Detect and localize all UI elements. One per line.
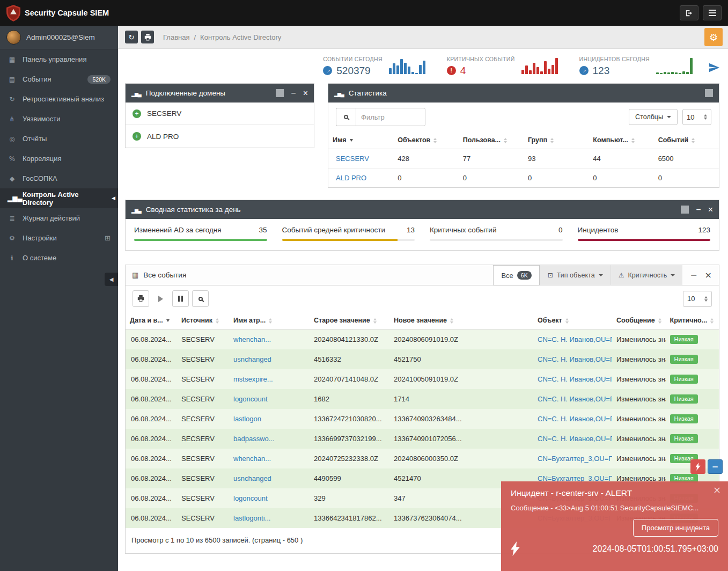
collapse-handle[interactable] [681, 206, 689, 214]
column-header[interactable]: Пользова... [459, 131, 524, 149]
event-row[interactable]: 06.08.2024... SECSERV whenchan... 202407… [126, 449, 719, 468]
app-brand[interactable]: Security Capsule SIEM [6, 5, 109, 21]
column-header[interactable]: Источник [177, 312, 229, 330]
column-header[interactable]: Имя [328, 131, 393, 149]
sidebar-item-correlation[interactable]: % Корреляция [0, 149, 118, 169]
print-button[interactable] [141, 31, 154, 43]
sort-icon[interactable] [216, 318, 219, 324]
column-header[interactable]: Событий [654, 131, 719, 149]
tab-object-type[interactable]: Тип объекта [540, 265, 611, 285]
sort-icon[interactable] [710, 318, 714, 324]
sort-icon[interactable] [450, 318, 453, 324]
sort-icon[interactable] [504, 138, 507, 143]
sidebar-item-settings[interactable]: ⚙ Настройки [0, 228, 118, 248]
object-link[interactable]: CN=С. Н. Иванов,OU=Пользователи И... [538, 335, 612, 343]
sort-icon[interactable] [631, 138, 635, 143]
sidebar-item-vulnerabilities[interactable]: ⋔ Уязвимости [0, 109, 118, 129]
sidebar-item-reports[interactable]: ◎ Отчёты [0, 129, 118, 149]
logout-button[interactable] [680, 5, 698, 20]
incident-flash-button[interactable] [690, 459, 705, 474]
sidebar-item-retrospective[interactable]: ↻ Ретроспективный анализ [0, 89, 118, 109]
domain-item[interactable]: ALD PRO [126, 125, 314, 148]
attribute-link[interactable]: lastlogonti... [233, 514, 270, 522]
sidebar-item-dashboard[interactable]: ▦ Панель управления [0, 49, 118, 69]
event-row[interactable]: 06.08.2024... SECSERV lastlogon 13367247… [126, 409, 719, 429]
domain-link[interactable]: ALD PRO [336, 174, 366, 182]
spinner-arrows-icon[interactable] [704, 296, 708, 302]
sidebar-item-ad-control[interactable]: ▂▆▄ Контроль Active Directory [0, 188, 118, 208]
hide-notifications-button[interactable] [708, 459, 723, 474]
attribute-link[interactable]: lastlogon [233, 415, 261, 423]
breadcrumb-home[interactable]: Главная [163, 33, 189, 41]
page-size-input[interactable]: 10 [683, 291, 712, 307]
column-header[interactable]: Объект [533, 312, 612, 330]
collapse-handle[interactable] [705, 89, 713, 97]
object-link[interactable]: CN=С. Н. Иванов,OU=Пользователи И... [538, 395, 612, 403]
sort-icon[interactable] [658, 318, 661, 324]
object-link[interactable]: CN=С. Н. Иванов,OU=Пользователи И... [538, 435, 612, 443]
sidebar-item-events[interactable]: ▤ События 520K [0, 69, 118, 89]
close-icon[interactable] [705, 271, 712, 280]
attribute-link[interactable]: mstsexpire... [233, 375, 273, 383]
attribute-link[interactable]: logoncount [233, 395, 268, 403]
column-header[interactable]: Новое значение [389, 312, 533, 330]
collapse-handle[interactable] [276, 89, 284, 97]
attribute-link[interactable]: whenchan... [233, 335, 271, 343]
minimize-icon[interactable] [690, 271, 697, 280]
attribute-link[interactable]: usnchanged [233, 355, 271, 363]
domain-item[interactable]: SECSERV [126, 103, 314, 125]
column-header[interactable]: Компьют... [589, 131, 653, 149]
sidebar-item-gossopka[interactable]: ◆ ГосСОПКА [0, 169, 118, 188]
pause-button[interactable] [172, 290, 189, 307]
refresh-button[interactable] [125, 31, 138, 43]
sort-icon[interactable] [565, 318, 569, 324]
view-incident-button[interactable]: Просмотр инцидента [633, 519, 718, 537]
user-menu[interactable]: Admin000025@Siem [0, 26, 118, 49]
page-size-input[interactable]: 10 [682, 109, 711, 125]
sort-icon[interactable] [373, 318, 377, 324]
object-link[interactable]: CN=Бухгалтер_3,OU=Пользователи И... [538, 455, 612, 463]
object-link[interactable]: CN=С. Н. Иванов,OU=Пользователи И... [538, 375, 612, 383]
close-icon[interactable] [708, 206, 713, 214]
minimize-icon[interactable] [291, 89, 296, 98]
event-row[interactable]: 06.08.2024... SECSERV usnchanged 4516332… [126, 349, 719, 369]
play-button[interactable] [152, 290, 169, 307]
sort-icon[interactable] [269, 318, 272, 324]
attribute-link[interactable]: usnchanged [233, 474, 271, 482]
filter-input[interactable] [356, 108, 425, 126]
column-header[interactable]: Имя атр... [229, 312, 310, 330]
event-row[interactable]: 06.08.2024... SECSERV badpasswo... 13366… [126, 429, 719, 449]
event-row[interactable]: 06.08.2024... SECSERV mstsexpire... 2024… [126, 369, 719, 389]
attribute-link[interactable]: badpasswo... [233, 435, 275, 443]
spinner-arrows-icon[interactable] [704, 114, 707, 120]
expand-icon[interactable] [105, 234, 111, 242]
send-icon[interactable] [708, 62, 720, 76]
sidebar-item-about[interactable]: ℹ О системе [0, 248, 118, 268]
domain-link[interactable]: SECSERV [336, 155, 369, 163]
settings-button[interactable] [704, 28, 723, 46]
sort-icon[interactable] [350, 139, 353, 142]
search-button[interactable] [336, 108, 356, 126]
menu-button[interactable] [703, 5, 722, 20]
column-header[interactable]: Сообщение [612, 312, 666, 330]
event-row[interactable]: 06.08.2024... SECSERV logoncount 1682 17… [126, 389, 719, 409]
column-header[interactable]: Дата и в... [126, 312, 177, 330]
object-link[interactable]: CN=С. Н. Иванов,OU=Пользователи И... [538, 355, 612, 363]
sort-icon[interactable] [433, 138, 437, 143]
column-header[interactable]: Групп [524, 131, 589, 149]
sort-icon[interactable] [692, 138, 695, 143]
sidebar-item-action-log[interactable]: ≣ Журнал действий [0, 208, 118, 228]
attribute-link[interactable]: whenchan... [233, 455, 271, 463]
sidebar-collapse-button[interactable] [105, 273, 118, 286]
columns-button[interactable]: Столбцы [629, 109, 678, 125]
print-button[interactable] [133, 290, 149, 307]
close-icon[interactable] [303, 89, 308, 98]
column-header[interactable]: Объектов [393, 131, 458, 149]
object-link[interactable]: CN=С. Н. Иванов,OU=Пользователи И... [538, 415, 612, 423]
zoom-button[interactable] [192, 290, 209, 307]
close-icon[interactable] [713, 485, 721, 495]
column-header[interactable]: Критично... [666, 312, 719, 330]
attribute-link[interactable]: logoncount [233, 494, 268, 502]
event-row[interactable]: 06.08.2024... SECSERV whenchan... 202408… [126, 330, 719, 349]
column-header[interactable]: Старое значение [310, 312, 389, 330]
